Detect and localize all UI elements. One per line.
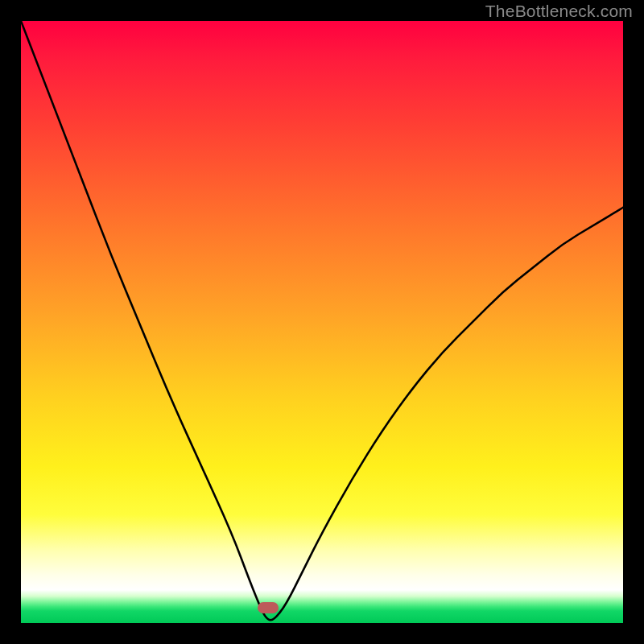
plot-area — [21, 21, 623, 623]
watermark-text: TheBottleneck.com — [485, 2, 633, 21]
chart-frame: TheBottleneck.com — [0, 0, 644, 644]
bottleneck-curve — [21, 21, 623, 623]
optimum-marker — [258, 602, 279, 613]
